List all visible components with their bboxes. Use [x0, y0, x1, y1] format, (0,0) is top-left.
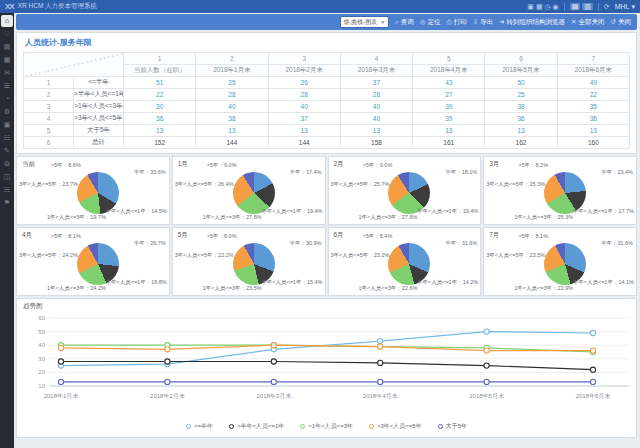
cell-value: 40: [196, 101, 268, 113]
row-number: 5: [24, 125, 74, 137]
locate-button[interactable]: ◎定位: [420, 18, 441, 27]
pie-slice-label: >5年：8.0%: [207, 233, 237, 240]
column-number: 7: [557, 53, 629, 65]
cell-value: 13: [557, 125, 629, 137]
pie-title: 3月: [489, 160, 499, 169]
cell-value: 25: [485, 89, 557, 101]
chevron-down-icon: ▾: [631, 3, 635, 11]
mail-icon[interactable]: ✉: [1, 67, 13, 79]
menu-icon[interactable]: ☰: [1, 80, 13, 92]
settings-icon[interactable]: ⚙: [1, 106, 13, 118]
legend-label: >1年<人员<=3年: [308, 422, 353, 431]
apps-icon[interactable]: ▦: [536, 3, 543, 10]
cell-value: 162: [485, 137, 557, 149]
layers-icon[interactable]: ☵: [1, 184, 13, 196]
svg-text:10: 10: [38, 383, 45, 389]
svg-text:50: 50: [38, 329, 45, 335]
legend-item[interactable]: >半年<人员<=1年: [229, 422, 284, 431]
home-icon[interactable]: ⌂: [1, 15, 13, 27]
columns-icon[interactable]: ◫: [1, 171, 13, 183]
list-icon[interactable]: ☷: [1, 132, 13, 144]
favorites-icon[interactable]: ♡: [1, 28, 13, 40]
row-label: >半年<人员<=1年: [74, 89, 124, 101]
cell-value: 144: [196, 137, 268, 149]
legend-item[interactable]: >1年<人员<=3年: [300, 422, 353, 431]
stats-card: 人员统计-服务年限 1234567当前人数（在职）2018年1月末2018年2月…: [16, 32, 637, 154]
flag-icon[interactable]: ⚑: [1, 197, 13, 209]
legend-item[interactable]: 大于5年: [438, 422, 467, 431]
cell-value: 13: [413, 125, 485, 137]
data-point: [58, 379, 63, 384]
legend-marker-icon: [300, 424, 305, 429]
pie-slice-label: 半年<人员<=1年：17.7%: [573, 208, 634, 215]
column-header: 2018年4月末: [413, 65, 485, 77]
pie-slice-label: 1年<人员<=3年：27.8%: [203, 214, 262, 221]
pie-slice-label: 3年<人员<=5年：22.2%: [175, 252, 234, 259]
close-all-button[interactable]: ✕全部关闭: [571, 18, 604, 27]
user-name: MHL: [615, 3, 630, 10]
legend-item[interactable]: <=半年: [186, 422, 213, 431]
chart-type-select[interactable]: 饼;曲线-图表 ▼: [340, 16, 390, 28]
edit-icon[interactable]: ✎: [1, 145, 13, 157]
pie-slice-label: 半年<人员<=1年：16.8%: [105, 279, 166, 286]
pie-slice-label: >5年：9.0%: [363, 162, 393, 169]
export-button[interactable]: ⇩导出: [473, 18, 493, 27]
query-button[interactable]: ⌕查询: [395, 18, 414, 27]
divider: [598, 3, 599, 11]
pie-slice-label: 半年：17.4%: [289, 169, 321, 176]
pie-slice-label: 3年<人员<=5年：23.2%: [331, 252, 390, 259]
table-row: 3>1年<人员<=3年30404040393835: [24, 101, 630, 113]
topbar-icon-group: ▣ ▦ ◷ ◉: [527, 0, 558, 13]
data-point: [58, 359, 63, 364]
clock-icon[interactable]: ◷: [544, 3, 550, 10]
cell-value: 13: [124, 125, 196, 137]
svg-text:30: 30: [38, 356, 45, 362]
cell-value: 36: [557, 113, 629, 125]
main-content: 饼;曲线-图表 ▼ ⌕查询◎定位⎙打印⇩导出➜转到组织结构浏览器✕全部关闭↺关闭…: [14, 13, 640, 448]
chart-type-value: 饼;曲线-图表: [344, 18, 378, 27]
trend-card: 趋势图 1020304050602018年1月末2018年2月末2018年3月末…: [16, 298, 637, 438]
legend-label: 大于5年: [446, 422, 467, 431]
goto-org-browser-button[interactable]: ➜转到组织结构浏览器: [499, 18, 565, 27]
org-icon[interactable]: ▤: [1, 41, 13, 53]
window-icon[interactable]: ⧉: [1, 158, 13, 170]
refresh-icon[interactable]: ⟳: [604, 0, 610, 13]
org-chart-icon[interactable]: ▤: [570, 3, 581, 10]
pie-slice-label: 半年：18.1%: [445, 169, 477, 176]
pie-card: 4月半年：26.7%半年<人员<=1年：16.8%1年<人员<=3年：24.2%…: [16, 227, 170, 296]
left-icon-sidebar: ⌂♡▤▦✉☰◔⚙▣☷✎⧉◫☵⚑: [0, 13, 14, 448]
cell-value: 28: [340, 89, 412, 101]
pie-slice-label: >5年：8.2%: [518, 162, 548, 169]
legend-item[interactable]: >3年<人员<=5年: [369, 422, 422, 431]
close-button[interactable]: ↺关闭: [611, 18, 631, 27]
calendar-icon[interactable]: ▣: [527, 3, 534, 10]
print-button[interactable]: ⎙打印: [446, 18, 466, 27]
pie-slice-label: >5年：8.4%: [363, 233, 393, 240]
query-icon: ⌕: [395, 18, 399, 26]
toolbar-button-group: ⌕查询◎定位⎙打印⇩导出➜转到组织结构浏览器✕全部关闭↺关闭: [395, 18, 631, 27]
data-point: [378, 360, 383, 365]
cell-value: 28: [196, 89, 268, 101]
data-point: [165, 359, 170, 364]
close-label: 关闭: [618, 18, 631, 27]
topbar-boxed-icon-group: ▤ ▥: [570, 2, 593, 12]
row-label: >3年<人员<=5年: [74, 113, 124, 125]
user-menu[interactable]: MHL ▾: [615, 3, 635, 11]
column-number: 5: [413, 53, 485, 65]
cell-value: 51: [124, 77, 196, 89]
pie-slice-label: 1年<人员<=3年：25.3%: [514, 214, 573, 221]
cell-value: 40: [340, 113, 412, 125]
cell-value: 28: [268, 89, 340, 101]
employee-card-icon[interactable]: ▥: [582, 3, 593, 10]
trend-line-chart: 1020304050602018年1月末2018年2月末2018年3月末2018…: [19, 310, 635, 410]
cell-value: 152: [124, 137, 196, 149]
close-icon: ↺: [611, 18, 616, 26]
pie-slice-label: 3年<人员<=5年：25.7%: [331, 181, 390, 188]
grid-icon[interactable]: ▦: [1, 54, 13, 66]
svg-text:20: 20: [38, 369, 45, 375]
report-icon[interactable]: ▣: [1, 119, 13, 131]
help-icon[interactable]: ◉: [553, 3, 559, 10]
pie-slice-label: >5年：8.1%: [51, 233, 81, 240]
history-icon[interactable]: ◔: [1, 93, 13, 105]
pie-slice-label: 3年<人员<=5年：25.3%: [486, 181, 545, 188]
